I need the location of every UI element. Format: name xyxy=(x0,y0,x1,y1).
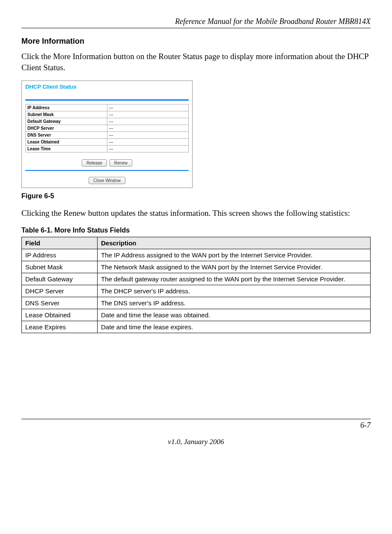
renew-button[interactable]: Renew xyxy=(110,159,132,167)
dhcp-screenshot: DHCP Client Status IP Address--- Subnet … xyxy=(21,81,193,188)
row-value: --- xyxy=(107,139,189,146)
field-cell: DNS Server xyxy=(22,297,98,309)
table-row: DNS Server--- xyxy=(26,132,189,139)
table-row: Default GatewayThe default gateway route… xyxy=(22,273,371,285)
table-row: IP Address--- xyxy=(26,104,189,111)
table-row: Default Gateway--- xyxy=(26,118,189,125)
intro-paragraph: Click the More Information button on the… xyxy=(21,51,371,73)
table-row: DHCP Server--- xyxy=(26,125,189,132)
divider xyxy=(25,170,189,171)
row-value: --- xyxy=(107,146,189,152)
desc-cell: The Network Mask assigned to the WAN por… xyxy=(98,261,371,273)
row-label: DHCP Server xyxy=(26,125,107,132)
desc-cell: The IP Address assigned to the WAN port … xyxy=(98,249,371,261)
field-cell: DHCP Server xyxy=(22,285,98,297)
row-value: --- xyxy=(107,118,189,125)
table-row: DNS ServerThe DNS server's IP address. xyxy=(22,297,371,309)
row-value: --- xyxy=(107,111,189,118)
row-label: Lease Time xyxy=(26,146,107,152)
table-row: Lease Time--- xyxy=(26,146,189,152)
close-window-button[interactable]: Close Window xyxy=(89,177,125,184)
row-label: Default Gateway xyxy=(26,118,107,125)
section-heading: More Information xyxy=(21,37,371,46)
table-row: IP AddressThe IP Address assigned to the… xyxy=(22,249,371,261)
row-label: Lease Obtained xyxy=(26,139,107,146)
desc-cell: The default gateway router assigned to t… xyxy=(98,273,371,285)
info-table: Field Description IP AddressThe IP Addre… xyxy=(21,237,371,333)
desc-cell: Date and time the lease expires. xyxy=(98,321,371,333)
table-row: DHCP ServerThe DHCP server's IP address. xyxy=(22,285,371,297)
paragraph-2: Clicking the Renew button updates the st… xyxy=(21,208,371,219)
page-number: 6-7 xyxy=(21,419,371,430)
desc-cell: The DHCP server's IP address. xyxy=(98,285,371,297)
row-label: DNS Server xyxy=(26,132,107,139)
row-value: --- xyxy=(107,132,189,139)
header-description: Description xyxy=(98,237,371,249)
page-header: Reference Manual for the Mobile Broadban… xyxy=(21,17,371,28)
field-cell: Subnet Mask xyxy=(22,261,98,273)
table-row: Lease Obtained--- xyxy=(26,139,189,146)
row-label: IP Address xyxy=(26,104,107,111)
row-value: --- xyxy=(107,125,189,132)
release-button[interactable]: Release xyxy=(82,159,107,167)
row-label: Subnet Mask xyxy=(26,111,107,118)
field-cell: IP Address xyxy=(22,249,98,261)
figure-label: Figure 6-5 xyxy=(21,192,371,200)
field-cell: Lease Obtained xyxy=(22,309,98,321)
table-row: Subnet Mask--- xyxy=(26,111,189,118)
table-row: Lease ExpiresDate and time the lease exp… xyxy=(22,321,371,333)
table-row: Lease ObtainedDate and time the lease wa… xyxy=(22,309,371,321)
header-row: Field Description xyxy=(22,237,371,249)
desc-cell: The DNS server's IP address. xyxy=(98,297,371,309)
table-row: Subnet MaskThe Network Mask assigned to … xyxy=(22,261,371,273)
field-cell: Lease Expires xyxy=(22,321,98,333)
screenshot-title: DHCP Client Status xyxy=(22,81,192,92)
divider xyxy=(25,99,189,101)
header-field: Field xyxy=(22,237,98,249)
version-text: v1.0, January 2006 xyxy=(21,438,371,446)
dhcp-status-table: IP Address--- Subnet Mask--- Default Gat… xyxy=(25,104,189,152)
field-cell: Default Gateway xyxy=(22,273,98,285)
table-caption: Table 6-1. More Info Status Fields xyxy=(21,227,371,234)
desc-cell: Date and time the lease was obtained. xyxy=(98,309,371,321)
row-value: --- xyxy=(107,104,189,111)
